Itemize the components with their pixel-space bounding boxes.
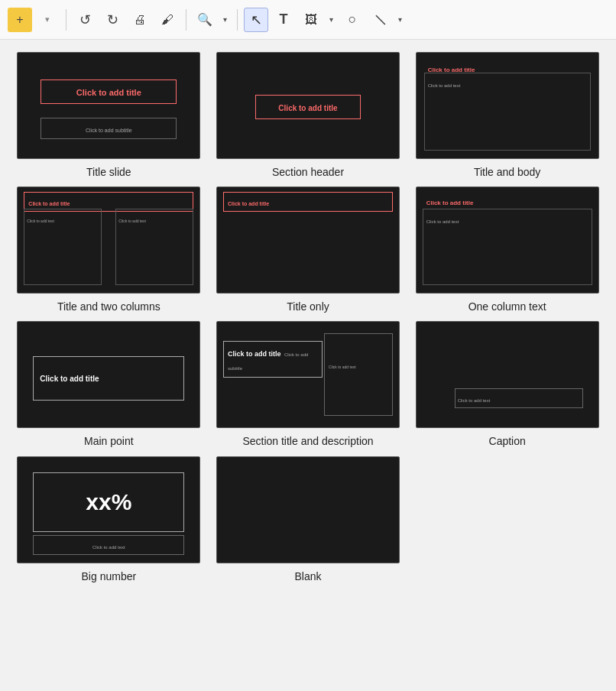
ts-subtitle-box: Click to add subtitle bbox=[41, 118, 177, 139]
line-chevron-button[interactable]: ▾ bbox=[394, 8, 406, 32]
bn-sub-box: Click to add text bbox=[33, 535, 184, 555]
sh-title-text: Click to add title bbox=[278, 104, 337, 112]
bn-sub-text: Click to add text bbox=[92, 545, 125, 550]
zoom-group: 🔍 ▾ bbox=[193, 8, 231, 32]
mp-title-box: Click to add title bbox=[33, 356, 184, 401]
bn-number-text: xx% bbox=[86, 489, 131, 515]
ts-title-box: Click to add title bbox=[41, 79, 177, 104]
add-chevron-button[interactable]: ▾ bbox=[35, 8, 60, 32]
line-group: | ▾ bbox=[368, 8, 406, 32]
ttc-col-left: Click to add text bbox=[24, 209, 102, 285]
layout-item-two-columns[interactable]: Click to add title Click to add text Cli… bbox=[15, 187, 203, 313]
add-icon: + bbox=[16, 13, 23, 27]
print-icon: 🖨 bbox=[134, 13, 146, 27]
mp-title-text: Click to add title bbox=[40, 375, 99, 383]
image-group: 🖼 ▾ bbox=[299, 8, 337, 32]
layout-item-title-only[interactable]: Click to add title Title only bbox=[215, 187, 402, 313]
layout-thumb-caption: Click to add text bbox=[416, 321, 599, 428]
layout-thumb-title-body: Click to add title Click to add text bbox=[416, 52, 599, 159]
layout-thumb-section-header: Click to add title bbox=[216, 52, 400, 159]
layout-thumb-title-only: Click to add title bbox=[216, 187, 400, 294]
undo-icon: ↺ bbox=[79, 11, 91, 28]
layout-label-two-columns: Title and two columns bbox=[57, 300, 160, 313]
zoom-button[interactable]: 🔍 bbox=[193, 8, 217, 32]
layout-label-title-slide: Title slide bbox=[86, 165, 131, 179]
layout-item-main-point[interactable]: Click to add title Main point bbox=[15, 321, 203, 448]
layout-item-blank[interactable]: Blank bbox=[215, 456, 402, 583]
divider-3 bbox=[237, 9, 238, 31]
layout-picker: Click to add title Click to add subtitle… bbox=[0, 40, 616, 595]
layout-label-big-number: Big number bbox=[82, 569, 137, 583]
tb-body-box: Click to add text bbox=[424, 73, 591, 151]
layout-item-section-title-desc[interactable]: Click to add title Click to add subtitle… bbox=[215, 321, 402, 448]
zoom-icon: 🔍 bbox=[197, 12, 212, 27]
layout-thumb-blank bbox=[216, 456, 400, 563]
bn-number-box: xx% bbox=[33, 472, 184, 532]
layout-thumb-big-number: xx% Click to add text bbox=[17, 456, 200, 563]
ttc-col-left-text: Click to add text bbox=[27, 219, 54, 223]
layout-item-section-header[interactable]: Click to add title Section header bbox=[215, 52, 402, 179]
oct-title-box: Click to add title bbox=[423, 192, 592, 210]
oct-body-text: Click to add text bbox=[426, 219, 459, 224]
ttc-col-right-text: Click to add text bbox=[118, 219, 146, 223]
layout-thumb-two-columns: Click to add title Click to add text Cli… bbox=[17, 187, 200, 294]
to-title-box: Click to add title bbox=[223, 192, 393, 212]
redo-button[interactable]: ↻ bbox=[100, 8, 125, 32]
ttc-title-text: Click to add title bbox=[28, 201, 70, 206]
layout-label-section-title-desc: Section title and description bbox=[242, 434, 373, 448]
redo-icon: ↻ bbox=[107, 11, 118, 28]
std-title-box: Click to add title Click to add subtitle bbox=[223, 341, 323, 378]
layout-item-title-body[interactable]: Click to add title Click to add text Tit… bbox=[413, 52, 601, 179]
shape-button[interactable]: ○ bbox=[340, 8, 365, 32]
layout-label-main-point: Main point bbox=[84, 434, 134, 448]
std-title-text: Click to add title bbox=[228, 350, 281, 358]
oct-body-box: Click to add text bbox=[423, 209, 592, 285]
layout-thumb-title-slide: Click to add title Click to add subtitle bbox=[17, 52, 200, 159]
layout-label-title-only: Title only bbox=[287, 300, 329, 313]
image-button[interactable]: 🖼 bbox=[299, 8, 323, 32]
layout-item-one-column[interactable]: Click to add title Click to add text One… bbox=[413, 187, 601, 313]
ts-title-text: Click to add title bbox=[76, 88, 141, 97]
std-img-text: Click to add text bbox=[329, 365, 356, 369]
cap-text-box: Click to add text bbox=[455, 388, 583, 408]
layout-thumb-section-title-desc: Click to add title Click to add subtitle… bbox=[216, 321, 400, 428]
std-img-box: Click to add text bbox=[324, 333, 393, 416]
sh-title-box: Click to add title bbox=[255, 95, 361, 119]
layout-item-caption[interactable]: Click to add text Caption bbox=[413, 321, 601, 448]
text-button[interactable]: T bbox=[271, 8, 296, 32]
shape-icon: ○ bbox=[349, 11, 357, 28]
oct-title-text: Click to add title bbox=[426, 200, 474, 206]
image-chevron-button[interactable]: ▾ bbox=[325, 8, 337, 32]
cap-text: Click to add text bbox=[458, 398, 491, 403]
undo-button[interactable]: ↺ bbox=[73, 8, 97, 32]
ts-subtitle-text: Click to add subtitle bbox=[86, 128, 132, 133]
layout-label-title-body: Title and body bbox=[474, 165, 540, 179]
image-icon: 🖼 bbox=[305, 13, 317, 27]
paint-button[interactable]: 🖌 bbox=[155, 8, 180, 32]
layout-thumb-main-point: Click to add title bbox=[17, 321, 200, 428]
layout-label-one-column: One column text bbox=[468, 300, 546, 313]
layout-grid: Click to add title Click to add subtitle… bbox=[15, 52, 601, 583]
tb-body-text: Click to add text bbox=[428, 83, 461, 88]
toolbar: + ▾ ↺ ↻ 🖨 🖌 🔍 ▾ ↖ T 🖼 ▾ ○ | bbox=[0, 0, 616, 40]
print-button[interactable]: 🖨 bbox=[128, 8, 152, 32]
to-title-text: Click to add title bbox=[228, 201, 269, 206]
layout-item-big-number[interactable]: xx% Click to add text Big number bbox=[15, 456, 203, 583]
cursor-icon: ↖ bbox=[251, 11, 262, 28]
text-icon: T bbox=[280, 11, 288, 28]
layout-item-title-slide[interactable]: Click to add title Click to add subtitle… bbox=[15, 52, 203, 179]
paint-icon: 🖌 bbox=[161, 13, 173, 27]
layout-label-caption: Caption bbox=[489, 434, 526, 448]
line-icon: | bbox=[373, 12, 387, 26]
line-button[interactable]: | bbox=[368, 8, 392, 32]
layout-label-section-header: Section header bbox=[272, 165, 344, 179]
cursor-button[interactable]: ↖ bbox=[244, 8, 268, 32]
ttc-col-right: Click to add text bbox=[115, 209, 193, 285]
divider-1 bbox=[66, 9, 66, 31]
divider-2 bbox=[186, 9, 186, 31]
layout-thumb-one-column: Click to add title Click to add text bbox=[416, 187, 599, 294]
zoom-chevron-button[interactable]: ▾ bbox=[219, 8, 231, 32]
layout-label-blank: Blank bbox=[294, 569, 321, 583]
add-button[interactable]: + bbox=[8, 8, 32, 32]
